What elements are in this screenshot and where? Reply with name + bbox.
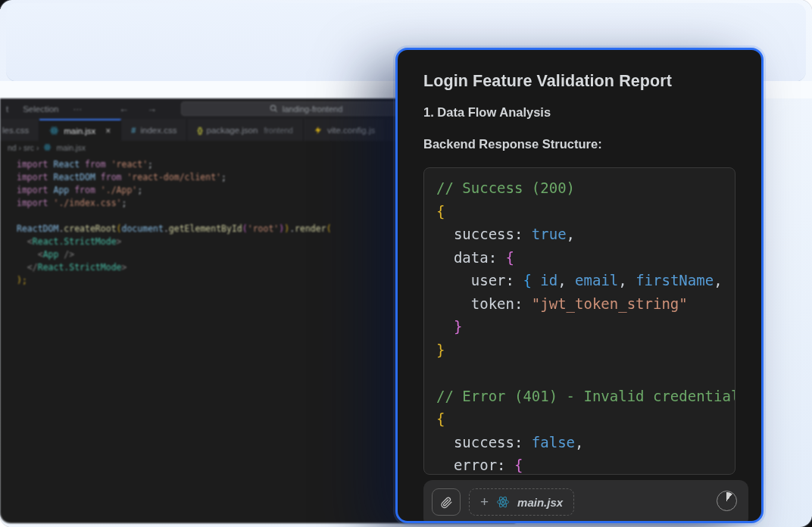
section-heading: 1. Data Flow Analysis (423, 105, 735, 120)
menu-more-icon[interactable]: ··· (73, 104, 83, 114)
tab-folder-hint: frontend (264, 126, 293, 135)
usage-pie-icon (717, 491, 737, 511)
back-arrow-icon[interactable]: ← (119, 103, 129, 114)
json-icon: {} (197, 126, 201, 135)
menu-item-selection[interactable]: Selection (23, 104, 58, 114)
attached-file-name: main.jsx (517, 496, 563, 509)
react-icon (49, 126, 59, 136)
attach-button[interactable] (432, 488, 461, 516)
chat-input-bar[interactable]: + main.jsx (423, 480, 748, 523)
report-content: Login Feature Validation Report 1. Data … (398, 50, 761, 475)
subsection-heading: Backend Response Structure: (423, 137, 735, 151)
tab-styles-css[interactable]: les.css (0, 119, 39, 141)
vite-icon (314, 126, 323, 135)
paperclip-icon (440, 496, 453, 509)
close-tab-icon[interactable]: × (105, 126, 111, 136)
tab-package-json[interactable]: {} package.json frontend (187, 119, 304, 141)
validation-report-panel: Login Feature Validation Report 1. Data … (395, 48, 764, 523)
tab-index-css[interactable]: # index.css (121, 119, 187, 141)
tab-main-jsx[interactable]: main.jsx × (39, 119, 121, 141)
plus-icon: + (480, 494, 489, 510)
menu-item-truncated[interactable]: t (6, 104, 8, 114)
breadcrumb-file: main.jsx (56, 143, 86, 152)
editor-search-input[interactable]: landing-frontend (181, 101, 431, 116)
react-icon (496, 495, 510, 509)
response-structure-code-block[interactable]: // Success (200){ success: true, data: {… (423, 167, 735, 475)
attached-file-chip[interactable]: + main.jsx (469, 488, 574, 516)
breadcrumb-path: nd › src › (8, 143, 39, 152)
css-icon: # (131, 126, 136, 135)
screenshot-root: t Selection ··· ← → landing-frontend les… (0, 0, 812, 527)
forward-arrow-icon[interactable]: → (147, 103, 157, 114)
page-title: Login Feature Validation Report (423, 72, 735, 91)
search-icon (270, 104, 278, 113)
tab-vite-config[interactable]: vite.config.js (304, 119, 386, 141)
search-text: landing-frontend (283, 104, 343, 114)
react-icon (43, 143, 52, 151)
